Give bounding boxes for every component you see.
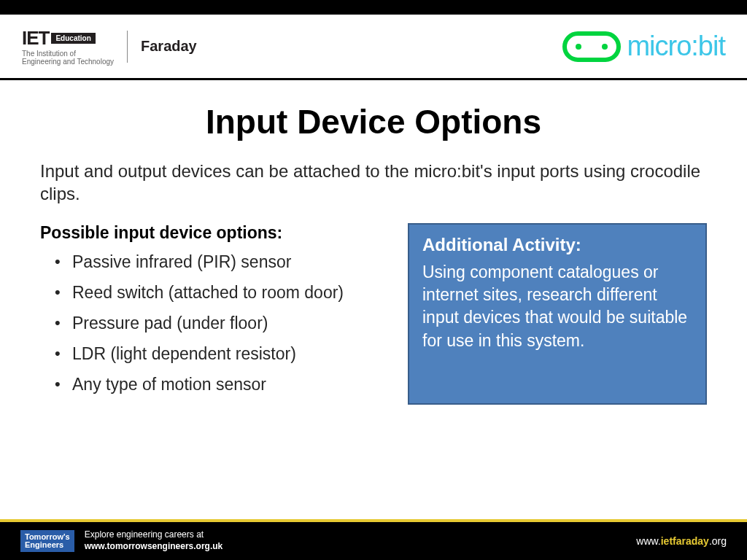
- footer-left: Tomorrow's Engineers Explore engineering…: [20, 529, 222, 552]
- microbit-text: micro:bit: [627, 31, 725, 62]
- faraday-text: Faraday: [141, 38, 197, 55]
- columns: Possible input device options: Passive i…: [40, 223, 707, 404]
- page-title: Input Device Options: [40, 102, 707, 141]
- list-item: Any type of motion sensor: [55, 374, 386, 396]
- header: IET Education The Institution of Enginee…: [0, 15, 747, 80]
- logo-divider: [127, 31, 128, 63]
- activity-title: Additional Activity:: [422, 235, 692, 255]
- iet-education-badge: Education: [51, 33, 95, 44]
- footer-url: www.ietfaraday.org: [636, 535, 727, 547]
- intro-text: Input and output devices can be attached…: [40, 160, 707, 205]
- footer-careers-text: Explore engineering careers at www.tomor…: [85, 529, 223, 552]
- iet-subtitle-1: The Institution of: [22, 50, 114, 58]
- iet-subtitle-2: Engineering and Technology: [22, 58, 114, 66]
- list-item: Pressure pad (under floor): [55, 313, 386, 335]
- options-heading: Possible input device options:: [40, 223, 386, 243]
- top-black-bar: [0, 0, 747, 15]
- iet-logo: IET Education The Institution of Enginee…: [22, 27, 197, 66]
- options-column: Possible input device options: Passive i…: [40, 223, 386, 404]
- list-item: Reed switch (attached to room door): [55, 282, 386, 304]
- iet-letters: IET: [22, 27, 49, 50]
- microbit-chip-icon: [562, 31, 621, 62]
- activity-text: Using component catalogues or internet s…: [422, 261, 692, 351]
- footer: Tomorrow's Engineers Explore engineering…: [0, 519, 747, 560]
- content: Input Device Options Input and output de…: [0, 80, 747, 427]
- list-item: LDR (light dependent resistor): [55, 343, 386, 365]
- microbit-logo: micro:bit: [562, 31, 725, 62]
- list-item: Passive infrared (PIR) sensor: [55, 252, 386, 273]
- tomorrows-engineers-logo: Tomorrow's Engineers: [20, 530, 74, 552]
- activity-box: Additional Activity: Using component cat…: [408, 223, 707, 404]
- options-list: Passive infrared (PIR) sensor Reed switc…: [40, 252, 386, 395]
